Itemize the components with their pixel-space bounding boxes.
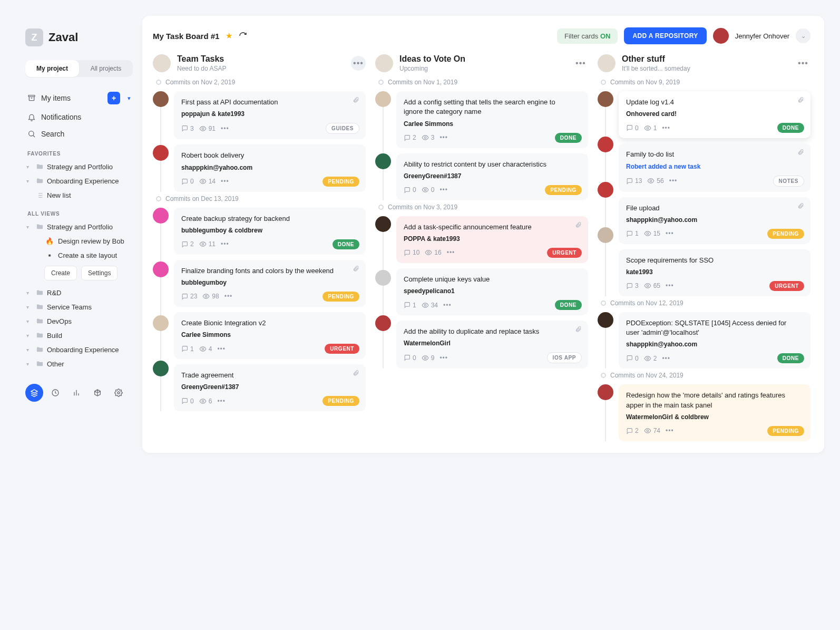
task-card[interactable]: Ability to restrict content by user char… — [396, 153, 588, 200]
comments-count[interactable]: 10 — [404, 249, 419, 256]
views-count[interactable]: 4 — [199, 345, 212, 353]
settings-button[interactable]: Settings — [81, 266, 118, 280]
tab-my-project[interactable]: My project — [25, 60, 79, 77]
task-card[interactable]: Add the ability to duplicate and replace… — [396, 321, 588, 369]
card-more-icon[interactable]: ••• — [447, 249, 455, 256]
card-more-icon[interactable]: ••• — [439, 354, 448, 362]
views-count[interactable]: 74 — [644, 427, 660, 434]
views-count[interactable]: 98 — [202, 293, 219, 300]
user-avatar[interactable] — [713, 28, 729, 44]
view-devops[interactable]: ▾DevOps — [25, 314, 133, 328]
add-item-button[interactable]: + — [108, 92, 120, 104]
fav-new-list[interactable]: New list — [25, 188, 133, 202]
fav-onboarding[interactable]: ▾ Onboarding Experience — [25, 174, 133, 188]
column-more-icon[interactable]: ••• — [573, 56, 588, 71]
views-count[interactable]: 65 — [644, 282, 660, 289]
views-count[interactable]: 91 — [199, 125, 216, 132]
views-count[interactable]: 34 — [422, 302, 438, 309]
comments-count[interactable]: 1 — [626, 230, 639, 237]
task-card[interactable]: Create backup strategy for backendbubble… — [174, 208, 366, 255]
project-scope-toggle[interactable]: My project All projects — [25, 60, 133, 77]
task-card[interactable]: Finalize branding fonts and colors by th… — [174, 260, 366, 307]
views-count[interactable]: 1 — [644, 124, 657, 132]
comments-count[interactable]: 13 — [626, 177, 642, 185]
comments-count[interactable]: 0 — [181, 178, 194, 185]
view-onboarding-experience[interactable]: ▾Onboarding Experience — [25, 343, 133, 357]
comments-count[interactable]: 2 — [181, 240, 194, 248]
task-card[interactable]: Redesign how the 'more details' and rati… — [619, 384, 810, 441]
layers-icon[interactable] — [25, 384, 43, 402]
card-more-icon[interactable]: ••• — [669, 177, 678, 185]
add-repository-button[interactable]: ADD A REPOSITORY — [624, 27, 706, 44]
comments-count[interactable]: 0 — [626, 124, 639, 132]
task-card[interactable]: Update log v1.4Onhovered card!01•••DONE — [619, 91, 810, 138]
views-count[interactable]: 15 — [644, 230, 660, 237]
task-card[interactable]: Add a config setting that tells the sear… — [396, 91, 588, 148]
view-design-review[interactable]: 🔥 Design review by Bob — [25, 234, 133, 248]
cube-icon[interactable] — [89, 384, 106, 402]
card-more-icon[interactable]: ••• — [221, 178, 229, 185]
comments-count[interactable]: 3 — [181, 125, 194, 132]
card-more-icon[interactable]: ••• — [666, 230, 674, 237]
card-more-icon[interactable]: ••• — [221, 125, 229, 132]
views-count[interactable]: 9 — [422, 354, 435, 362]
views-count[interactable]: 16 — [425, 249, 441, 256]
task-card[interactable]: Create Bionic Integration v2Carlee Simmo… — [174, 312, 366, 359]
task-card[interactable]: Scope requirements for SSOkate1993365•••… — [619, 249, 810, 296]
task-card[interactable]: Family to-do listRobert added a new task… — [619, 143, 810, 191]
card-more-icon[interactable]: ••• — [666, 427, 674, 434]
chart-icon[interactable] — [67, 384, 85, 402]
card-more-icon[interactable]: ••• — [662, 124, 670, 132]
comments-count[interactable]: 2 — [404, 134, 416, 141]
gear-icon[interactable] — [110, 384, 128, 402]
chevron-down-icon[interactable]: ▾ — [128, 95, 131, 102]
column-more-icon[interactable]: ••• — [796, 56, 810, 71]
task-card[interactable]: Complete unique keys valuespeedypelicano… — [396, 268, 588, 315]
card-more-icon[interactable]: ••• — [221, 240, 229, 248]
comments-count[interactable]: 23 — [181, 293, 197, 300]
filter-cards-toggle[interactable]: Filter cards ON — [557, 28, 618, 44]
user-menu-toggle[interactable]: ⌄ — [796, 28, 810, 43]
card-more-icon[interactable]: ••• — [439, 186, 448, 193]
view-service-teams[interactable]: ▾Service Teams — [25, 300, 133, 314]
comments-count[interactable]: 0 — [181, 398, 194, 405]
comments-count[interactable]: 1 — [404, 302, 416, 309]
views-count[interactable]: 56 — [647, 177, 663, 185]
card-more-icon[interactable]: ••• — [217, 398, 226, 405]
view-r-d[interactable]: ▾R&D — [25, 286, 133, 300]
comments-count[interactable]: 3 — [626, 282, 639, 289]
card-more-icon[interactable]: ••• — [217, 345, 226, 353]
tab-all-projects[interactable]: All projects — [79, 60, 133, 77]
task-card[interactable]: First pass at API documentationpoppajun … — [174, 91, 366, 139]
views-count[interactable]: 0 — [422, 186, 435, 193]
comments-count[interactable]: 0 — [404, 354, 416, 362]
task-card[interactable]: File uploadshapppkin@yahoo.com115•••PEND… — [619, 197, 810, 244]
views-count[interactable]: 6 — [199, 398, 212, 405]
view-other[interactable]: ▾Other — [25, 357, 133, 371]
task-card[interactable]: Robert book deliveryshapppkin@yahoo.com0… — [174, 144, 366, 191]
nav-search[interactable]: Search — [25, 125, 133, 142]
comments-count[interactable]: 0 — [626, 355, 639, 362]
card-more-icon[interactable]: ••• — [443, 302, 452, 309]
card-more-icon[interactable]: ••• — [224, 293, 233, 300]
card-more-icon[interactable]: ••• — [666, 282, 674, 289]
task-card[interactable]: Add a task-specific announcement feature… — [396, 216, 588, 263]
view-build[interactable]: ▾Build — [25, 328, 133, 343]
column-more-icon[interactable]: ••• — [351, 56, 366, 71]
comments-count[interactable]: 1 — [181, 345, 194, 353]
nav-my-items[interactable]: My items + ▾ — [25, 88, 133, 109]
views-count[interactable]: 11 — [199, 240, 216, 248]
fav-strategy-portfolio[interactable]: ▾ Strategy and Portfolio — [25, 160, 133, 174]
comments-count[interactable]: 2 — [626, 427, 639, 434]
card-more-icon[interactable]: ••• — [439, 134, 448, 141]
reload-icon[interactable] — [239, 32, 247, 40]
nav-notifications[interactable]: Notifications — [25, 109, 133, 125]
view-strategy-portfolio[interactable]: ▾ Strategy and Portfolio — [25, 220, 133, 234]
views-count[interactable]: 2 — [644, 355, 657, 362]
views-count[interactable]: 3 — [422, 134, 435, 141]
card-more-icon[interactable]: ••• — [662, 355, 670, 362]
task-card[interactable]: Trade agreementGreenyGreen#138706•••PEND… — [174, 364, 366, 411]
view-site-layout[interactable]: ▪️ Create a site layout — [25, 248, 133, 263]
create-button[interactable]: Create — [44, 266, 77, 280]
comments-count[interactable]: 0 — [404, 186, 416, 193]
